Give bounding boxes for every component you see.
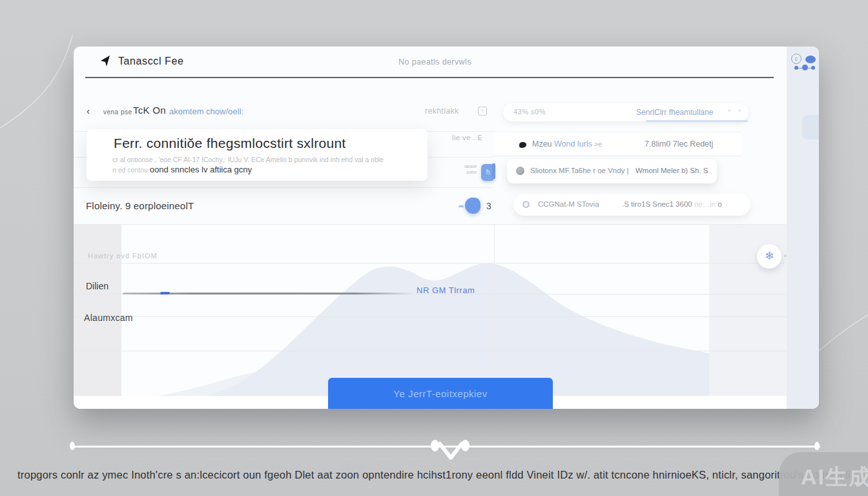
mini-dot-icon	[802, 65, 808, 70]
subheader-title: TcK On	[133, 105, 166, 116]
chart-row-label: Alaumxcam	[84, 313, 133, 323]
value-end: o	[718, 200, 721, 208]
list-item[interactable]: CCGNat-M STovia .S tiro1S Snec1 3600 ne……	[513, 194, 750, 216]
field-label: Floleiny. 9 eorploeineolT	[86, 200, 194, 211]
bullet-icon	[519, 142, 526, 148]
filter-pill-stats: 43% s0%	[513, 108, 546, 116]
pagination-dot-left[interactable]	[70, 442, 75, 450]
list-item-value: Wmonl Meler b) Sh. S	[636, 167, 708, 174]
globe-icon	[516, 167, 524, 175]
name-prefix: Mzeu	[532, 140, 554, 149]
list-item-value: .S tiro1S Snec1 3600 ne…in o	[622, 200, 722, 208]
list-item-name: Sliotonx MF.Ta6he r oe Vndy |	[530, 167, 629, 174]
list-item-name: CCGNat-M STovia	[538, 200, 599, 208]
stepper-minus-icon[interactable]	[459, 205, 464, 207]
subheader-link[interactable]: akomtem chow/oell:	[169, 107, 243, 116]
chart-axis-label: Hawtry ovd FbIOM	[88, 252, 158, 260]
row-divider	[74, 187, 493, 188]
subheader-small-label: vena pse	[103, 108, 132, 116]
user-dot-icon[interactable]	[805, 56, 816, 63]
watermark-badge: AI生成	[779, 452, 868, 496]
filter-pill-link[interactable]: SenrlClrr fheamtullane	[636, 108, 713, 117]
right-rail: c	[787, 46, 819, 409]
gridline	[74, 351, 787, 351]
list-item[interactable]: Mzeu Wond lurls >e 7.8lim0 7lec Redetj	[493, 132, 741, 156]
caret-icon[interactable]: ^	[738, 108, 741, 115]
pill-highlight-edge	[646, 120, 748, 122]
timeline-progress[interactable]	[160, 292, 170, 294]
snowflake-fab-button[interactable]: ❄	[757, 244, 781, 269]
primary-cta-button[interactable]: Ye JerrT-eoitxepkiev	[328, 378, 553, 409]
footer-caption: tropgors conlr az ymec Inoth'cre s an:lc…	[0, 469, 868, 481]
list-item-name: Mzeu Wond lurls >e	[532, 140, 602, 149]
name-suffix: >e	[592, 140, 603, 148]
tooltip-popup: Ferr. connitiŏe fhegsmlocstirt sxlrount …	[87, 129, 428, 181]
rail-scroll-thumb[interactable]	[802, 115, 819, 140]
chart-canvas	[121, 225, 709, 396]
chart-area: Hawtry ovd FbIOM Dilien Alaumxcam NR GM …	[74, 225, 787, 396]
app-window: Tanasccl Fee No paeatls dervwls ‹ vena p…	[74, 46, 819, 409]
header-divider	[85, 77, 774, 78]
tooltip-line2: n ed contnu oond snncles lv aftiica gcny	[112, 165, 252, 174]
caret-icon[interactable]: ^	[728, 108, 730, 115]
value-main: .S tiro1S Snec1 3600	[622, 200, 692, 208]
pagination-dot-right[interactable]	[814, 442, 820, 450]
clock-icon[interactable]: c	[791, 54, 801, 64]
mini-dot-icon	[794, 66, 798, 70]
tooltip-subtext: cr al ontionse , 'eoe CF AI-17 ICochy,: …	[112, 156, 384, 163]
tooltip-line2-dark: oond snncles lv aftiica gcny	[150, 165, 252, 174]
stepper-value: 3	[486, 201, 491, 211]
watermark-text: AI生成	[801, 462, 868, 492]
mini-dot-icon	[811, 66, 815, 70]
ring-icon	[522, 201, 530, 208]
toggle-knob[interactable]	[465, 198, 480, 214]
chart-row-label: Dilien	[86, 281, 108, 291]
screenshot-stage: Tanasccl Fee No paeatls dervwls ‹ vena p…	[0, 0, 868, 496]
left-row-tiny-text: /aosor soror	[451, 163, 477, 175]
left-row-value: lie ve . E	[452, 134, 482, 141]
subheader-back-icon[interactable]: ‹	[87, 105, 90, 116]
list-item-value: 7.8lim0 7lec Redetj	[645, 140, 713, 149]
mountain-silhouette	[121, 225, 709, 396]
tooltip-line2-light: n ed contnu	[112, 166, 150, 174]
name-link[interactable]: Wond lurls	[554, 140, 592, 149]
tiny-line-2: soror	[451, 169, 477, 175]
tooltip-title: Ferr. connitiŏe fhegsmlocstirt sxlrount	[114, 136, 346, 151]
chart-left-strip	[74, 225, 121, 396]
back-arrow-icon[interactable]	[99, 55, 112, 68]
value-faint: ne…in	[694, 200, 716, 208]
row-accent-bar	[492, 163, 495, 179]
options-icon[interactable]: ⁘	[478, 107, 487, 116]
gridline	[74, 316, 787, 317]
list-item[interactable]: Sliotonx MF.Ta6he r oe Vndy | Wmonl Mele…	[507, 159, 717, 183]
chevron-down-icon[interactable]	[437, 442, 465, 461]
gridline	[74, 263, 787, 264]
tiny-line-1: /aosor	[451, 163, 477, 169]
gridline-vertical	[494, 225, 495, 396]
subheader-right-label: rekhtlakk	[425, 107, 459, 116]
page-title: Tanasccl Fee	[118, 56, 183, 67]
header-status-text: No paeatls dervwls	[398, 57, 471, 67]
chart-annotation: NR GM Tlrram	[417, 285, 475, 295]
filter-pill[interactable]: 43% s0% SenrlClrr fheamtullane ^ ^	[503, 103, 749, 121]
